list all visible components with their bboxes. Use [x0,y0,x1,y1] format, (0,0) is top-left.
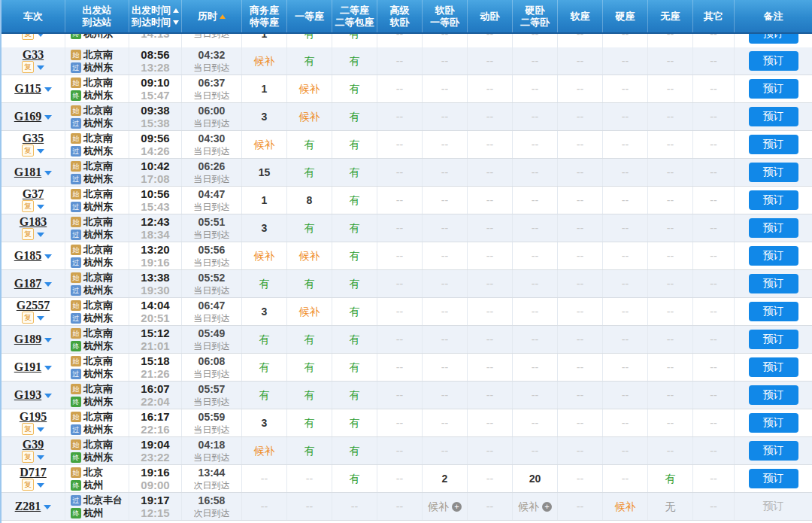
expand-stops-icon[interactable] [44,394,52,398]
train-number-link[interactable]: G181 [14,166,41,178]
cell-col-1: 始北京南终杭州东 [65,326,129,353]
fuxing-train-badge[interactable]: 复 [22,312,34,324]
expand-stops-icon[interactable] [37,455,44,460]
expand-stops-icon[interactable] [37,149,44,154]
expand-stops-icon[interactable] [44,338,52,342]
header-col-3[interactable]: 历时 [182,0,242,32]
train-number-link[interactable]: G39 [23,439,44,451]
reserve-button[interactable]: 预订 [749,385,798,405]
reserve-button[interactable]: 预订 [749,469,798,488]
seat-availability-value: 有 [259,278,270,290]
train-number-link[interactable]: G35 [23,132,44,144]
train-badge-line: 复 [22,34,44,40]
seat-availability-value: -- [577,83,583,95]
fuxing-train-badge[interactable]: 复 [22,200,34,212]
expand-stops-icon[interactable] [37,205,44,209]
seat-availability-value: 候补+ [428,500,462,512]
sort-up-white-icon[interactable] [173,8,179,13]
train-number-link[interactable]: D717 [20,467,47,479]
train-number-link[interactable]: G187 [14,278,41,290]
train-number-link[interactable]: G169 [14,111,41,123]
train-number-link[interactable]: Z281 [15,500,41,512]
waitlist-add-icon[interactable]: + [542,502,552,512]
expand-stops-icon[interactable] [44,254,52,259]
cell-col-5: 候补 [287,103,332,130]
waitlist-add-icon[interactable]: + [452,502,462,512]
header-col-2[interactable]: 出发时间到达时间 [129,0,182,32]
reserve-button[interactable]: 预订 [749,218,798,238]
reserve-button[interactable]: 预订 [749,51,798,71]
reserve-button[interactable]: 预订 [749,274,798,293]
expand-stops-icon[interactable] [37,483,44,488]
cell-col-3: 04:18当日到达 [182,437,242,464]
cell-col-9: -- [468,214,513,242]
pass-station-icon: 过 [71,146,81,157]
cell-col-1: 始北京南终杭州东 [65,75,129,102]
expand-stops-icon[interactable] [44,171,52,175]
train-number-link[interactable]: G2557 [17,300,50,312]
seat-value-text: -- [667,166,674,178]
cell-col-10: -- [513,242,558,269]
expand-stops-icon[interactable] [37,34,44,37]
seat-availability-value: -- [710,111,717,123]
expand-stops-icon[interactable] [37,427,44,432]
reserve-button[interactable]: 预订 [749,330,798,349]
seat-availability-value: -- [441,55,448,67]
reserve-button[interactable]: 预订 [749,79,798,99]
seat-availability-value: -- [710,500,717,512]
cell-col-8: -- [423,159,468,186]
header-col-1: 出发站到达站 [65,0,129,32]
reserve-button[interactable]: 预订 [749,246,798,266]
cell-col-10: -- [513,409,558,436]
seat-value-text: -- [532,222,538,234]
reserve-button[interactable]: 预订 [749,34,798,44]
train-number-link[interactable]: G185 [14,250,41,262]
cell-col-5: 有 [287,270,332,297]
seat-availability-value: 有 [350,166,360,178]
sort-down-white-icon[interactable] [173,20,179,25]
header-col-8-label2: 一等卧 [430,17,459,29]
seat-value-text: -- [577,417,583,429]
train-number-line: G33 [23,49,44,61]
reserve-button[interactable]: 预订 [749,107,798,126]
cell-col-1: 始北京南终杭州东 [65,382,129,409]
expand-stops-icon[interactable] [44,115,52,120]
expand-stops-icon[interactable] [37,233,44,237]
fuxing-train-badge[interactable]: 复 [22,34,34,40]
fuxing-train-badge[interactable]: 复 [22,228,34,240]
seat-availability-value: -- [486,306,493,318]
train-number-link[interactable]: G195 [20,411,47,423]
reserve-button[interactable]: 预订 [749,413,798,433]
expand-stops-icon[interactable] [44,505,51,509]
train-number-link[interactable]: G37 [23,188,44,200]
reserve-button[interactable]: 预订 [749,357,798,377]
reserve-button[interactable]: 预订 [749,302,798,321]
expand-stops-icon[interactable] [44,366,52,370]
reserve-button[interactable]: 预订 [749,441,798,461]
reserve-button[interactable]: 预订 [749,163,798,182]
expand-stops-icon[interactable] [37,65,44,70]
reserve-button[interactable]: 预订 [749,190,798,210]
fuxing-train-badge[interactable]: 复 [22,451,34,463]
seat-availability-value: -- [532,34,538,40]
train-number-link[interactable]: G193 [14,389,41,401]
fuxing-train-badge[interactable]: 复 [22,61,34,73]
fuxing-train-badge[interactable]: 复 [22,423,34,435]
train-number-link[interactable]: G115 [14,83,41,95]
train-number-link[interactable]: G189 [14,333,41,345]
train-number-link[interactable]: G33 [23,49,44,61]
sort-up-orange-icon[interactable] [220,14,226,19]
cell-col-8: -- [423,382,468,409]
seat-value-text: -- [622,445,629,457]
expand-stops-icon[interactable] [44,87,52,92]
reserve-button[interactable]: 预订 [749,135,798,154]
cell-col-2: 09:1015:47 [129,75,182,102]
fuxing-train-badge[interactable]: 复 [22,479,34,491]
arrival-station-line: 过杭州东 [71,228,113,241]
train-number-link[interactable]: G183 [20,216,47,228]
seat-availability-value: -- [396,333,403,345]
fuxing-train-badge[interactable]: 复 [22,144,34,157]
train-number-link[interactable]: G191 [14,361,41,373]
expand-stops-icon[interactable] [37,316,44,321]
expand-stops-icon[interactable] [44,282,52,287]
